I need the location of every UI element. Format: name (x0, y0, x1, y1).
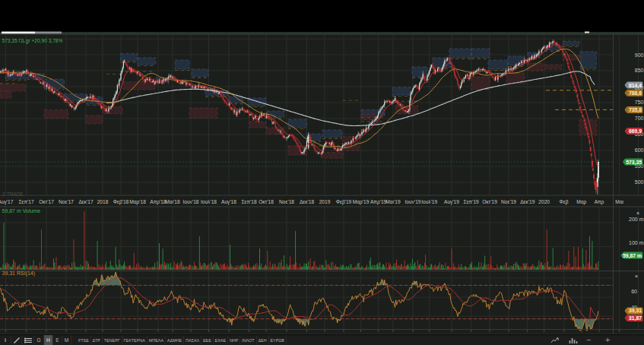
svg-text:Οκτ'17: Οκτ'17 (39, 199, 54, 204)
svg-text:573,35: 573,35 (626, 160, 642, 166)
svg-text:2020: 2020 (538, 199, 550, 204)
svg-text:669,9: 669,9 (629, 128, 642, 135)
svg-text:100 m: 100 m (629, 240, 644, 245)
svg-text:735,8: 735,8 (629, 107, 642, 113)
svg-text:39,31 RSI(14): 39,31 RSI(14) (2, 271, 36, 277)
svg-text:Μαρ'19: Μαρ'19 (353, 199, 370, 205)
svg-text:Νοε'19: Νοε'19 (501, 199, 516, 204)
svg-text:Οκτ'19: Οκτ'19 (482, 199, 497, 204)
svg-text:Μαι: Μαι (615, 199, 623, 204)
svg-text:Ιουλ'18: Ιουλ'18 (201, 199, 217, 204)
svg-text:Σεπ'17: Σεπ'17 (18, 199, 33, 204)
svg-text:Απρ'19: Απρ'19 (370, 199, 387, 205)
svg-text:Μαρ'18: Μαρ'18 (129, 199, 146, 205)
svg-text:Ιουν'18: Ιουν'18 (183, 199, 199, 204)
svg-text:Απρ: Απρ (595, 199, 604, 205)
svg-text:900: 900 (635, 52, 644, 58)
svg-text:×: × (636, 210, 639, 216)
svg-text:Μαι'18: Μαι'18 (165, 199, 180, 204)
svg-text:Σεπ'18: Σεπ'18 (241, 199, 256, 204)
svg-text:59,87 m Volume: 59,87 m Volume (2, 208, 41, 214)
svg-text:Ιουλ'19: Ιουλ'19 (421, 199, 437, 204)
svg-text:Απρ'18: Απρ'18 (150, 199, 167, 205)
svg-text:750: 750 (635, 100, 644, 105)
svg-text:60: 60 (631, 289, 637, 294)
svg-text:Ιουν'19: Ιουν'19 (405, 199, 421, 204)
svg-text:Αυγ'18: Αυγ'18 (221, 199, 236, 205)
svg-text:Z TRADE: Z TRADE (2, 191, 24, 197)
svg-text:Φεβ: Φεβ (560, 199, 569, 205)
svg-text:814,4: 814,4 (629, 83, 642, 89)
svg-text:Φεβ'18: Φεβ'18 (113, 199, 129, 205)
svg-text:31,87: 31,87 (629, 315, 642, 321)
svg-text:Μαρ: Μαρ (576, 199, 586, 205)
svg-text:200 m: 200 m (629, 217, 644, 222)
svg-text:Σεπ'19: Σεπ'19 (464, 199, 479, 204)
svg-text:Αυγ'19: Αυγ'19 (444, 199, 459, 205)
svg-text:Μαι'19: Μαι'19 (385, 199, 401, 204)
svg-text:700: 700 (635, 116, 644, 121)
svg-text:Νοε'18: Νοε'18 (279, 199, 294, 204)
svg-text:573,35 ΓΔ.gr +20,90 3,78%: 573,35 ΓΔ.gr +20,90 3,78% (2, 38, 63, 44)
svg-text:Νοε'17: Νοε'17 (59, 199, 74, 204)
svg-text:600: 600 (635, 147, 644, 153)
svg-text:Οκτ'18: Οκτ'18 (259, 199, 274, 204)
svg-text:39,31: 39,31 (629, 308, 642, 314)
svg-text:Δεκ'18: Δεκ'18 (300, 199, 315, 204)
svg-text:Δεκ'17: Δεκ'17 (78, 199, 94, 204)
svg-text:788,6: 788,6 (629, 90, 642, 97)
svg-text:59,87 m: 59,87 m (623, 253, 642, 259)
svg-text:2018: 2018 (97, 199, 109, 204)
svg-text:Αυγ'17: Αυγ'17 (0, 199, 14, 205)
svg-text:500: 500 (635, 179, 644, 185)
svg-text:850: 850 (635, 68, 644, 73)
svg-text:Δεκ'19: Δεκ'19 (520, 199, 535, 204)
svg-text:Φεβ'19: Φεβ'19 (336, 199, 352, 205)
svg-text:×: × (635, 274, 638, 279)
svg-text:2019: 2019 (319, 199, 331, 204)
